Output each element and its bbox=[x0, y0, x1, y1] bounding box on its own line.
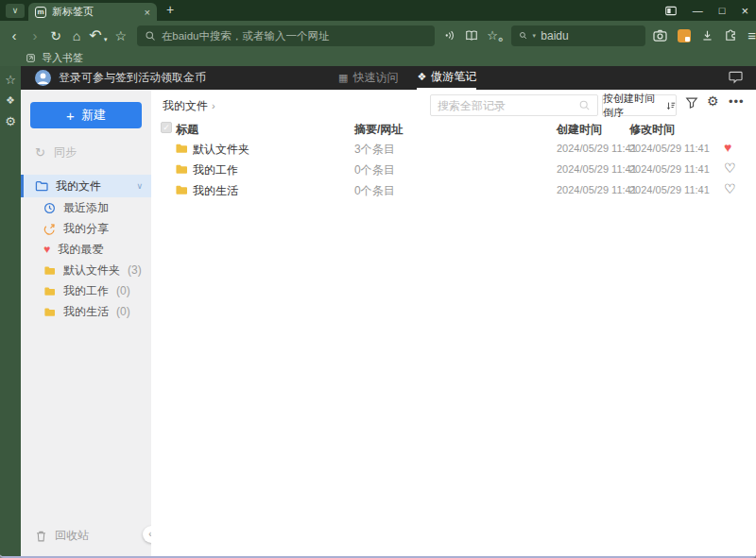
favorites-manager-icon[interactable]: ☆⚙ bbox=[487, 28, 503, 42]
item-count: (0) bbox=[116, 305, 130, 318]
menu-icon[interactable]: ≡ bbox=[747, 28, 756, 42]
view-settings-gear-icon[interactable]: ⚙ bbox=[707, 94, 719, 108]
breadcrumb[interactable]: 我的文件› bbox=[163, 98, 215, 114]
extensions-icon[interactable] bbox=[724, 29, 737, 42]
sidebar-item-my-work[interactable]: 我的工作 (0) bbox=[21, 280, 151, 301]
favorite-heart-icon[interactable]: ♡ bbox=[724, 161, 736, 175]
browser-window: ∨ m 新标签页 × + — □ × ‹ › ↻ ⌂ ↶▼ ☆ bbox=[0, 0, 756, 558]
sidebar-item-recent[interactable]: 最近添加 bbox=[21, 197, 151, 218]
column-created: 创建时间 bbox=[557, 122, 602, 138]
table-row[interactable]: 我的工作 0个条目 2024/05/29 11:41 2024/05/29 11… bbox=[151, 160, 756, 180]
settings-gear-icon[interactable]: ⚙ bbox=[5, 115, 16, 127]
table-row[interactable]: 我的生活 0个条目 2024/05/29 11:41 2024/05/29 11… bbox=[151, 180, 756, 201]
breadcrumb-arrow-icon: › bbox=[212, 100, 215, 111]
row-modified: 2024/05/29 11:41 bbox=[629, 163, 710, 175]
sidebar-item-favorites[interactable]: ♥ 我的最爱 bbox=[21, 239, 151, 260]
tab-list-chevron-icon[interactable]: ∨ bbox=[6, 4, 25, 18]
recycle-bin-button[interactable]: 回收站 bbox=[35, 528, 89, 544]
notes-toolbar: 我的文件› 按创建时间倒序 ⚙ ••• bbox=[151, 90, 756, 121]
trash-icon bbox=[35, 530, 47, 543]
column-summary: 摘要/网址 bbox=[354, 122, 403, 138]
grid-icon: ▦ bbox=[338, 73, 348, 83]
tab-close-icon[interactable]: × bbox=[145, 7, 150, 18]
new-tab-button[interactable]: + bbox=[166, 2, 174, 17]
quick-search-input[interactable] bbox=[541, 29, 638, 42]
favorite-heart-icon[interactable]: ♡ bbox=[724, 182, 736, 195]
sidebar-item-default-folder[interactable]: 默认文件夹 (3) bbox=[21, 260, 151, 280]
screenshot-camera-icon[interactable] bbox=[653, 29, 667, 42]
sort-order-button[interactable]: 按创建时间倒序 bbox=[602, 94, 677, 116]
split-window-icon[interactable] bbox=[665, 6, 677, 16]
quick-search-box[interactable]: ▼ bbox=[511, 25, 645, 46]
chevron-down-icon[interactable]: ∨ bbox=[136, 181, 143, 191]
sidebar-item-my-files[interactable]: 我的文件 ∨ bbox=[21, 175, 151, 197]
select-all-checkbox[interactable]: ✓ bbox=[161, 122, 172, 133]
notes-sidebar: + 新建 ↻ 同步 我的文件 ∨ 最近添加 我的分享 ♥ 我的最爱 默认文件夹 … bbox=[21, 90, 151, 556]
favorite-heart-icon[interactable]: ♥ bbox=[724, 141, 731, 154]
read-aloud-icon[interactable] bbox=[443, 29, 456, 42]
row-summary: 0个条目 bbox=[354, 183, 395, 199]
recycle-label: 回收站 bbox=[55, 528, 89, 544]
titlebar: ∨ m 新标签页 × + — □ × bbox=[0, 0, 756, 21]
favorites-panel-icon[interactable]: ☆ bbox=[5, 74, 16, 86]
minimize-icon[interactable]: — bbox=[693, 6, 703, 16]
folder-icon bbox=[35, 180, 48, 192]
folder-icon bbox=[43, 307, 56, 317]
sync-label: 同步 bbox=[54, 144, 77, 161]
folder-icon bbox=[175, 184, 188, 195]
search-icon bbox=[145, 30, 156, 42]
address-input[interactable] bbox=[162, 30, 427, 42]
feedback-chat-icon[interactable] bbox=[729, 71, 743, 84]
notes-search-input[interactable] bbox=[438, 99, 574, 112]
import-bookmarks-button[interactable]: 导入书签 bbox=[42, 51, 83, 65]
table-header: ✓ 标题 摘要/网址 创建时间 修改时间 bbox=[151, 121, 756, 139]
item-count: (3) bbox=[128, 263, 142, 277]
item-label: 我的分享 bbox=[63, 221, 109, 237]
sync-button[interactable]: ↻ 同步 bbox=[35, 144, 151, 161]
favorite-star-icon[interactable]: ☆ bbox=[111, 29, 131, 42]
address-bar[interactable] bbox=[137, 25, 435, 46]
side-strip: ☆ ❖ ⚙ bbox=[0, 66, 21, 556]
row-summary: 3个条目 bbox=[354, 142, 395, 158]
row-title: 我的工作 bbox=[193, 162, 238, 178]
breadcrumb-label: 我的文件 bbox=[163, 99, 208, 112]
reader-mode-icon[interactable] bbox=[465, 29, 478, 42]
filter-funnel-icon[interactable] bbox=[685, 96, 698, 110]
tab-maxnote[interactable]: ❖ 傲游笔记 bbox=[417, 66, 476, 90]
folder-icon bbox=[43, 265, 56, 276]
maximize-icon[interactable]: □ bbox=[719, 6, 726, 16]
import-icon bbox=[26, 53, 36, 63]
tab-label: 傲游笔记 bbox=[431, 69, 476, 85]
new-note-button[interactable]: + 新建 bbox=[30, 102, 142, 128]
more-icon[interactable]: ••• bbox=[729, 94, 745, 109]
table-row[interactable]: 默认文件夹 3个条目 2024/05/29 11:41 2024/05/29 1… bbox=[151, 139, 756, 160]
login-promo-link[interactable]: 登录可参与签到活动领取金币 bbox=[59, 66, 206, 90]
download-icon[interactable] bbox=[701, 29, 713, 42]
clock-icon bbox=[43, 202, 56, 214]
item-count: (0) bbox=[116, 284, 130, 297]
my-files-label: 我的文件 bbox=[56, 178, 101, 194]
search-engine-chevron-icon[interactable]: ▼ bbox=[531, 33, 537, 39]
sidebar-item-my-shares[interactable]: 我的分享 bbox=[21, 218, 151, 239]
row-created: 2024/05/29 11:41 bbox=[557, 163, 637, 175]
item-label: 我的生活 bbox=[63, 304, 109, 320]
close-window-icon[interactable]: × bbox=[741, 5, 748, 17]
toolbar-right-icons: ≡ bbox=[653, 28, 756, 42]
browser-tab[interactable]: m 新标签页 × bbox=[28, 3, 157, 21]
plus-icon: + bbox=[66, 109, 75, 123]
maxnote-icon[interactable] bbox=[678, 29, 691, 42]
tab-quick-access[interactable]: ▦ 快速访问 bbox=[338, 66, 398, 90]
forward-icon[interactable]: › bbox=[25, 28, 45, 42]
user-icon bbox=[35, 70, 51, 86]
maxnote-logo-icon: ❖ bbox=[417, 72, 426, 82]
notes-search-box[interactable] bbox=[430, 94, 598, 116]
sync-icon: ↻ bbox=[35, 146, 45, 159]
back-icon[interactable]: ‹ bbox=[4, 28, 25, 42]
sidebar-item-my-life[interactable]: 我的生活 (0) bbox=[21, 301, 151, 322]
avatar[interactable] bbox=[35, 70, 51, 86]
undo-icon[interactable]: ↶▼ bbox=[87, 26, 111, 44]
refresh-icon[interactable]: ↻ bbox=[45, 29, 66, 42]
maxnote-panel-icon[interactable]: ❖ bbox=[6, 95, 15, 106]
home-icon[interactable]: ⌂ bbox=[66, 29, 87, 42]
share-icon bbox=[43, 223, 56, 235]
